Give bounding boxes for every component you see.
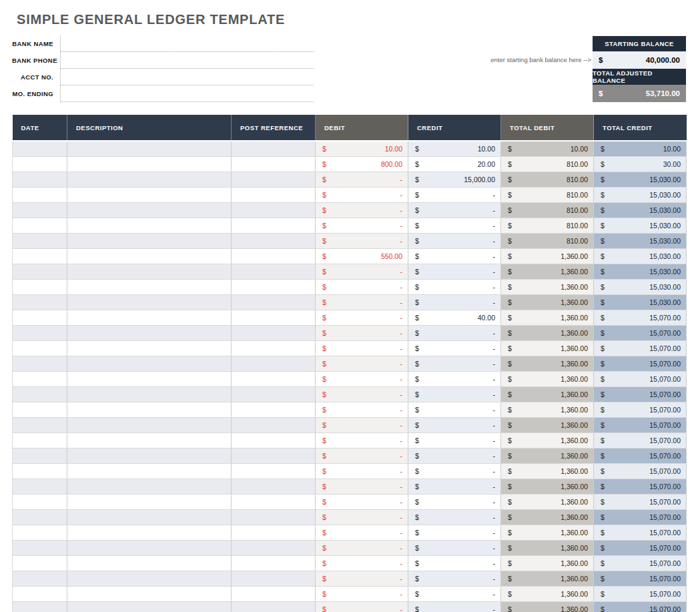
cell-description[interactable]	[67, 602, 232, 612]
cell-description[interactable]	[67, 264, 232, 280]
cell-description[interactable]	[67, 541, 232, 556]
cell-credit[interactable]: $-	[408, 295, 501, 310]
cell-credit[interactable]: $20.00	[408, 157, 501, 172]
cell-total-debit[interactable]: $1,360.00	[501, 525, 594, 541]
cell-credit[interactable]: $-	[408, 525, 501, 541]
cell-debit[interactable]: $-	[316, 525, 408, 541]
cell-debit[interactable]: $-	[316, 479, 408, 495]
cell-total-debit[interactable]: $1,360.00	[501, 264, 594, 280]
cell-total-debit[interactable]: $10.00	[501, 141, 594, 157]
cell-total-debit[interactable]: $810.00	[501, 234, 594, 249]
cell-post-reference[interactable]	[232, 356, 316, 372]
cell-total-credit[interactable]: $15,070.00	[594, 556, 687, 571]
cell-credit[interactable]: $-	[408, 387, 501, 402]
cell-total-debit[interactable]: $1,360.00	[501, 326, 594, 341]
cell-description[interactable]	[67, 448, 232, 464]
cell-credit[interactable]: $-	[408, 280, 501, 295]
cell-debit[interactable]: $-	[316, 571, 408, 587]
cell-credit[interactable]: $-	[408, 249, 501, 264]
cell-description[interactable]	[67, 464, 232, 479]
cell-date[interactable]	[13, 525, 67, 541]
cell-description[interactable]	[67, 234, 232, 249]
cell-total-debit[interactable]: $1,360.00	[501, 249, 594, 264]
cell-date[interactable]	[13, 571, 67, 587]
cell-debit[interactable]: $-	[316, 203, 408, 218]
cell-date[interactable]	[13, 157, 67, 172]
cell-debit[interactable]: $-	[316, 310, 408, 326]
cell-description[interactable]	[67, 510, 232, 525]
cell-credit[interactable]: $40.00	[408, 310, 501, 326]
cell-debit[interactable]: $10.00	[316, 141, 408, 157]
cell-debit[interactable]: $550.00	[316, 249, 408, 264]
cell-description[interactable]	[67, 402, 232, 418]
cell-date[interactable]	[13, 402, 67, 418]
cell-date[interactable]	[13, 341, 67, 356]
acct-no-field[interactable]	[60, 69, 314, 85]
cell-credit[interactable]: $-	[408, 203, 501, 218]
cell-debit[interactable]: $-	[316, 264, 408, 280]
cell-post-reference[interactable]	[232, 341, 316, 356]
cell-description[interactable]	[67, 188, 232, 203]
cell-date[interactable]	[13, 433, 67, 448]
cell-date[interactable]	[13, 495, 67, 510]
cell-credit[interactable]: $-	[408, 234, 501, 249]
cell-post-reference[interactable]	[232, 157, 316, 172]
cell-debit[interactable]: $-	[316, 602, 408, 612]
cell-total-debit[interactable]: $1,360.00	[501, 571, 594, 587]
cell-post-reference[interactable]	[232, 295, 316, 310]
cell-description[interactable]	[67, 479, 232, 495]
cell-date[interactable]	[13, 280, 67, 295]
cell-date[interactable]	[13, 249, 67, 264]
cell-total-credit[interactable]: $15,070.00	[594, 387, 687, 402]
cell-post-reference[interactable]	[232, 372, 316, 387]
cell-post-reference[interactable]	[232, 418, 316, 433]
cell-total-debit[interactable]: $1,360.00	[501, 418, 594, 433]
cell-total-debit[interactable]: $1,360.00	[501, 372, 594, 387]
cell-total-debit[interactable]: $1,360.00	[501, 280, 594, 295]
cell-date[interactable]	[13, 479, 67, 495]
cell-total-debit[interactable]: $810.00	[501, 203, 594, 218]
cell-post-reference[interactable]	[232, 234, 316, 249]
cell-date[interactable]	[13, 203, 67, 218]
cell-date[interactable]	[13, 464, 67, 479]
cell-total-debit[interactable]: $1,360.00	[501, 356, 594, 372]
cell-total-debit[interactable]: $810.00	[501, 188, 594, 203]
cell-credit[interactable]: $-	[408, 510, 501, 525]
cell-description[interactable]	[67, 218, 232, 234]
cell-date[interactable]	[13, 326, 67, 341]
cell-description[interactable]	[67, 495, 232, 510]
cell-post-reference[interactable]	[232, 387, 316, 402]
cell-total-debit[interactable]: $1,360.00	[501, 541, 594, 556]
cell-description[interactable]	[67, 295, 232, 310]
cell-total-debit[interactable]: $810.00	[501, 172, 594, 188]
cell-description[interactable]	[67, 433, 232, 448]
cell-total-credit[interactable]: $15,070.00	[594, 418, 687, 433]
cell-total-credit[interactable]: $15,070.00	[594, 587, 687, 602]
cell-description[interactable]	[67, 249, 232, 264]
cell-post-reference[interactable]	[232, 602, 316, 612]
cell-total-debit[interactable]: $810.00	[501, 157, 594, 172]
cell-credit[interactable]: $-	[408, 587, 501, 602]
cell-total-credit[interactable]: $15,070.00	[594, 402, 687, 418]
cell-total-debit[interactable]: $1,360.00	[501, 448, 594, 464]
cell-post-reference[interactable]	[232, 433, 316, 448]
cell-debit[interactable]: $-	[316, 510, 408, 525]
cell-description[interactable]	[67, 418, 232, 433]
cell-total-credit[interactable]: $15,030.00	[594, 264, 687, 280]
cell-description[interactable]	[67, 280, 232, 295]
cell-total-debit[interactable]: $1,360.00	[501, 602, 594, 612]
cell-debit[interactable]: $-	[316, 326, 408, 341]
cell-credit[interactable]: $-	[408, 418, 501, 433]
mo-ending-field[interactable]	[60, 85, 314, 102]
cell-total-credit[interactable]: $15,070.00	[594, 464, 687, 479]
cell-credit[interactable]: $-	[408, 264, 501, 280]
cell-post-reference[interactable]	[232, 218, 316, 234]
cell-post-reference[interactable]	[232, 525, 316, 541]
cell-date[interactable]	[13, 172, 67, 188]
cell-description[interactable]	[67, 372, 232, 387]
cell-debit[interactable]: $-	[316, 433, 408, 448]
cell-total-debit[interactable]: $1,360.00	[501, 464, 594, 479]
cell-post-reference[interactable]	[232, 464, 316, 479]
cell-debit[interactable]: $-	[316, 295, 408, 310]
cell-total-credit[interactable]: $15,070.00	[594, 326, 687, 341]
